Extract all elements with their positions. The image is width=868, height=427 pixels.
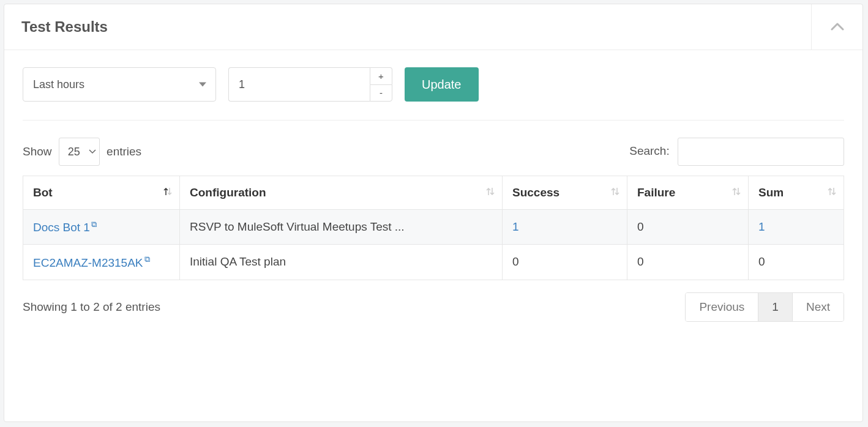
external-link-icon: ⧉ <box>91 220 97 229</box>
bot-link[interactable]: Docs Bot 1⧉ <box>33 221 97 234</box>
external-link-icon: ⧉ <box>144 254 150 264</box>
failure-cell: 0 <box>627 210 749 245</box>
increment-button[interactable]: + <box>370 67 392 84</box>
entries-control: Show 25 entries <box>23 138 141 166</box>
table-controls: Show 25 entries Search: <box>23 138 844 166</box>
search-input[interactable] <box>678 138 844 166</box>
search-control: Search: <box>629 138 844 166</box>
show-label: Show <box>23 145 52 158</box>
col-success[interactable]: Success <box>503 176 627 210</box>
table-header-row: Bot Configuration Success <box>23 176 844 210</box>
col-bot[interactable]: Bot <box>23 176 180 210</box>
test-results-panel: Test Results Last hours + - Update <box>4 4 863 422</box>
success-cell: 0 <box>503 245 627 280</box>
update-button[interactable]: Update <box>405 67 479 102</box>
table-row: Docs Bot 1⧉ RSVP to MuleSoft Virtual Mee… <box>23 210 844 245</box>
col-failure[interactable]: Failure <box>627 176 749 210</box>
config-cell: Initial QA Test plan <box>180 245 503 280</box>
decrement-button[interactable]: - <box>370 84 392 102</box>
time-range-select[interactable]: Last hours <box>23 67 216 102</box>
table-footer: Showing 1 to 2 of 2 entries Previous 1 N… <box>23 292 844 322</box>
hours-input[interactable] <box>228 67 370 102</box>
panel-title: Test Results <box>21 18 108 35</box>
failure-cell: 0 <box>627 245 749 280</box>
collapse-toggle[interactable] <box>811 4 862 50</box>
time-range-select-wrap: Last hours <box>23 67 216 102</box>
next-button[interactable]: Next <box>792 293 844 321</box>
filter-row: Last hours + - Update <box>23 67 844 121</box>
page-1-button[interactable]: 1 <box>758 293 792 321</box>
config-cell: RSVP to MuleSoft Virtual Meetups Test ..… <box>180 210 503 245</box>
col-configuration[interactable]: Configuration <box>180 176 503 210</box>
pagination: Previous 1 Next <box>685 292 844 322</box>
sort-icon <box>486 186 495 199</box>
page-size-select[interactable]: 25 <box>59 138 100 166</box>
panel-body: Last hours + - Update Show 25 <box>4 50 862 339</box>
sort-icon <box>611 186 619 199</box>
sort-icon <box>828 186 836 199</box>
col-sum[interactable]: Sum <box>749 176 844 210</box>
bot-link[interactable]: EC2AMAZ-M2315AK⧉ <box>33 256 150 269</box>
table-row: EC2AMAZ-M2315AK⧉ Initial QA Test plan 0 … <box>23 245 844 280</box>
success-link[interactable]: 1 <box>512 220 519 233</box>
entries-label: entries <box>107 145 141 158</box>
hours-spinner: + - <box>228 67 392 102</box>
sum-cell: 0 <box>749 245 844 280</box>
sort-asc-icon <box>163 186 172 199</box>
spinner-buttons: + - <box>370 67 392 102</box>
results-table: Bot Configuration Success <box>23 176 844 280</box>
panel-header: Test Results <box>4 4 862 50</box>
table-info: Showing 1 to 2 of 2 entries <box>23 300 160 314</box>
sort-icon <box>732 186 741 199</box>
sum-link[interactable]: 1 <box>758 220 765 233</box>
search-label: Search: <box>629 144 669 157</box>
prev-button[interactable]: Previous <box>686 293 758 321</box>
chevron-up-icon <box>831 23 844 31</box>
